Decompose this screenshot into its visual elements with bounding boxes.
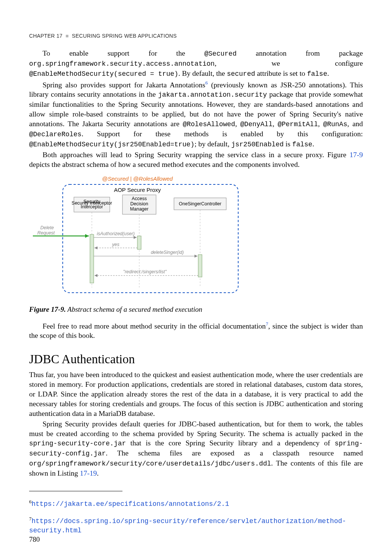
arrow-head-4 [195, 255, 197, 258]
code-runas: @RunAs [323, 121, 347, 128]
paragraph-1: To enable support for the @Secured annot… [29, 49, 363, 79]
box1-l2: Interceptor [81, 204, 103, 209]
code-jakarta: jakarta.annotation.security [158, 91, 267, 99]
redirect-label: "redirect:/singers/list" [123, 269, 167, 274]
box2-l3: Manager [130, 206, 148, 212]
text: annotation from package [237, 49, 363, 57]
text: . [312, 140, 314, 148]
arrow-head-2 [134, 236, 137, 239]
code-jsr250: @EnableMethodSecurity(jsr250Enabled=true… [29, 141, 195, 148]
box2-l2: Decision [130, 201, 148, 206]
code-false: false [307, 70, 327, 78]
figure-ref-17-9[interactable]: 17-9 [349, 151, 363, 159]
text: Thus far, you have been introduced to th… [29, 371, 363, 417]
paragraph-5: Thus far, you have been introduced to th… [29, 370, 363, 419]
code-declare: @DeclareRoles [29, 131, 81, 138]
code-core-jar: spring-security-core.jar [29, 440, 126, 447]
text: depicts the abstract schema of how a sec… [29, 161, 300, 168]
page-number: 780 [29, 535, 40, 544]
box1-l1: Security [83, 199, 100, 204]
paragraph-3: Both approaches will lead to Spring Secu… [29, 150, 363, 169]
figure-caption-title: Abstract schema of a secured method exec… [66, 305, 202, 313]
chapter-num: CHAPTER 17 [29, 33, 62, 39]
running-header: CHAPTER 17 ■ SECURING SPRING WEB APPLICA… [29, 33, 363, 39]
chapter-title: SECURING SPRING WEB APPLICATIONS [72, 33, 177, 39]
text: Spring also provides support for Jakarta… [43, 81, 205, 88]
paragraph-2: Spring also provides support for Jakarta… [29, 80, 363, 149]
figure-17-9: @Secured | @RolesAllowed AOP Secure Prox… [33, 175, 242, 299]
text: . The schema files are exposed as a clas… [106, 449, 363, 457]
listing-ref-17-19[interactable]: 17-19 [80, 469, 97, 477]
isauth-label: isAuthorized(user) [97, 231, 134, 236]
paragraph-6: Spring Security provides default queries… [29, 419, 363, 479]
text: . By default, the [178, 69, 227, 77]
code-jsr250enabled: jsr250Enabled [231, 141, 283, 148]
footnote-6-link[interactable]: https://jakarta.ee/specifications/annota… [32, 500, 229, 508]
figure-caption: Figure 17-9. Abstract schema of a secure… [29, 305, 363, 314]
controller-label: OneSingerController [179, 201, 221, 206]
arrow-head-1 [85, 234, 89, 238]
secured-method-diagram: @Secured | @RolesAllowed AOP Secure Prox… [33, 175, 242, 299]
text: that is the core Spring Security library… [126, 439, 335, 447]
footnote-7-link[interactable]: https://docs.spring.io/spring-security/r… [29, 517, 346, 534]
code-enable: @EnableMethodSecurity(secured = true) [29, 70, 178, 78]
deletesinger-label: deleteSinger(id) [151, 250, 184, 255]
code-false: false [292, 141, 312, 148]
text: , and [347, 120, 363, 128]
section-jdbc-auth: JDBC Authentication [29, 352, 363, 366]
delete-label-1: Delete [40, 225, 54, 230]
text: To enable support for the [43, 49, 204, 57]
code-denyall: @DenyAll [240, 121, 273, 128]
text: attribute is set to [255, 69, 307, 77]
header-sep: ■ [64, 33, 71, 39]
anno-secured: @Secured | @RolesAllowed [102, 175, 173, 182]
delete-label-2: Request [37, 230, 55, 236]
code-ddl-path: org/springframework/security/core/userde… [29, 460, 271, 467]
yes-label: yes [112, 242, 119, 247]
text: Both approaches will lead to Spring Secu… [43, 151, 349, 159]
text: . Support for these methods is enabled b… [81, 130, 363, 138]
text: , we configure [215, 59, 363, 67]
paragraph-4: Feel free to read more about method secu… [29, 321, 363, 340]
text: . [97, 469, 99, 477]
code-permitall: @PermitAll [278, 121, 318, 128]
arrow-head-3 [94, 246, 97, 249]
text: . [327, 69, 329, 77]
footnote-7: 7https://docs.spring.io/spring-security/… [29, 516, 363, 535]
activation-controller [198, 255, 202, 277]
footnotes-separator [29, 491, 122, 491]
activation-interceptor [90, 234, 94, 283]
text: Feel free to read more about method secu… [43, 322, 266, 330]
code-package: org.springframework.security.access.anno… [29, 60, 215, 68]
code-attr: secured [227, 70, 255, 78]
activation-manager [137, 236, 141, 249]
arrow-head-5 [94, 274, 97, 277]
code-roles: @RolesAllowed [183, 121, 235, 128]
text: is [284, 140, 292, 148]
box2-l1: Access [132, 196, 147, 201]
proxy-label: AOP Secure Proxy [114, 187, 161, 193]
code-secured: @Secured [204, 50, 236, 57]
footnote-6: 6https://jakarta.ee/specifications/annot… [29, 498, 363, 508]
text: ; by default, [195, 140, 231, 148]
text: Spring Security provides default queries… [29, 420, 363, 438]
figure-caption-label: Figure 17-9. [29, 305, 66, 313]
